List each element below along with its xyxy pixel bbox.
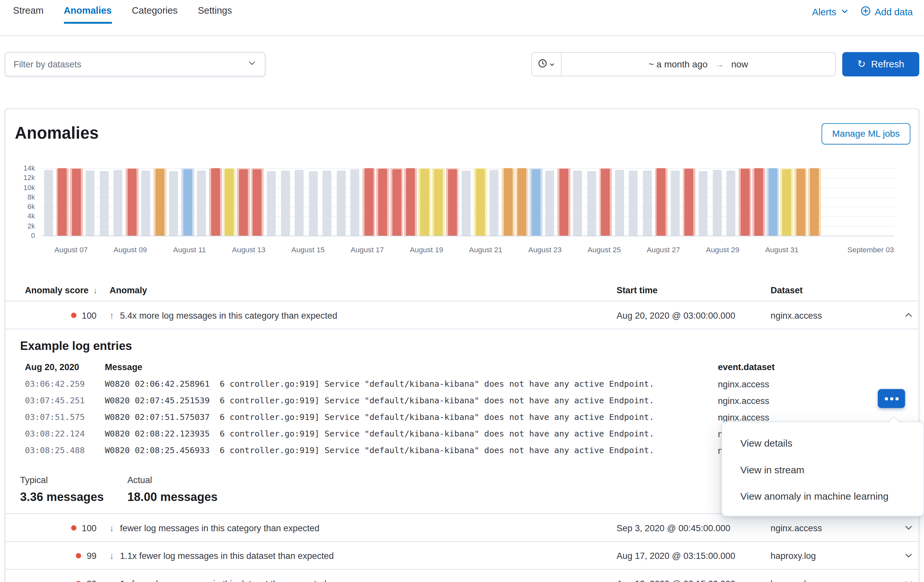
tab-categories[interactable]: Categories [132,5,178,23]
start-time: Aug 12, 2020 @ 03:15:00.000 [617,578,766,582]
histogram-bar [267,171,276,236]
histogram-bar-slot [334,168,348,236]
histogram-bar-slot [111,168,125,236]
anomaly-score: 99 [87,551,96,561]
severity-dot [71,525,76,530]
clock-icon [538,58,547,70]
y-axis-tick-label: 10k [5,183,35,191]
histogram-bar-slot [446,168,459,236]
anomaly-row[interactable]: 99 ↓ 1.1x fewer log messages in this dat… [5,542,919,570]
histogram-bar-slot [306,168,320,236]
histogram-bar-slot [515,168,529,236]
histogram-bar [364,168,373,236]
histogram-bar-slot [487,168,501,236]
dataset-filter-placeholder: Filter by datasets [14,59,81,69]
menu-item-view-details[interactable]: View details [722,430,924,457]
histogram-bar-slot [320,168,334,236]
x-axis-tick-label: August 23 [528,246,561,254]
histogram-bar-slot [292,168,306,236]
chevron-down-icon [840,7,848,18]
x-axis-tick-label: August 09 [114,246,147,254]
chevron-down-icon[interactable] [901,576,916,582]
histogram-bar [740,168,749,236]
manage-ml-jobs-button[interactable]: Manage ML jobs [822,123,910,144]
trend-up-icon: ↑ [110,310,114,320]
histogram-bar-slot [571,168,585,236]
boxes-horizontal-icon [884,397,898,400]
filter-bar: Filter by datasets ~ a month ago → [0,52,924,76]
dataset-name: nginx.access [771,310,894,320]
histogram-bar [713,170,721,236]
histogram-bar [155,169,164,236]
anomaly-row[interactable]: 99 ↓ 1x fewer log messages in this datas… [5,570,919,582]
start-time: Aug 17, 2020 @ 03:15:00.000 [617,551,766,561]
histogram-bar [350,170,359,236]
histogram-bar-slot [139,168,153,236]
dataset-filter-combobox[interactable]: Filter by datasets [5,52,266,76]
panel-header: Anomalies Manage ML jobs [5,109,919,147]
tab-settings[interactable]: Settings [198,5,232,23]
histogram-bar-slot [794,168,807,236]
date-range-field[interactable]: ~ a month ago → now [562,53,835,76]
x-axis-tick-label: August 31 [765,246,798,254]
trend-down-icon: ↓ [110,578,114,582]
chevron-down-icon[interactable] [901,521,916,535]
histogram-bar-slot [236,168,250,236]
histogram-bar [378,168,387,236]
anomaly-row[interactable]: 100 ↑ 5.4x more log messages in this cat… [5,302,919,330]
histogram-bar [643,170,652,236]
log-message: W0820 02:08:22.123935 6 controller.go:91… [105,429,718,438]
histogram-bar [114,170,122,236]
severity-dot [71,312,76,318]
refresh-button[interactable]: ↻ Refresh [842,52,919,76]
histogram-bar [58,168,67,236]
histogram-bar [420,168,429,236]
histogram-bar-slot [612,168,626,236]
histogram-bar [169,171,178,236]
histogram-bar-slot [278,168,292,236]
dataset-name: haproxy.log [771,551,894,561]
histogram-bar-slot [209,168,223,236]
chevron-up-icon[interactable] [901,308,916,322]
sort-descending-icon: ↓ [94,285,98,295]
histogram-bar [768,168,777,236]
histogram-bar [545,170,554,236]
quick-select-button[interactable] [532,53,562,76]
histogram-bar-slot [766,168,780,236]
histogram-bar-slot [459,168,474,236]
add-data-button[interactable]: Add data [861,6,912,18]
alerts-label: Alerts [812,7,836,18]
y-axis-tick-label: 8k [5,193,35,201]
anomaly-text: 1x fewer log messages in this dataset th… [120,578,326,582]
histogram-bar-slot [69,168,83,236]
gridline [41,236,894,236]
histogram-plot[interactable] [41,168,822,236]
log-entry-actions-button[interactable] [878,389,905,408]
alerts-dropdown[interactable]: Alerts [812,7,849,18]
chevron-down-icon[interactable] [901,549,916,563]
add-data-label: Add data [875,7,913,18]
menu-item-view-anomaly-in-ml[interactable]: View anomaly in machine learning [722,483,924,510]
time-end-text: now [731,59,748,70]
trend-down-icon: ↓ [110,523,114,533]
histogram-bar-slot [376,168,390,236]
histogram-bar [183,170,192,236]
anomaly-text: fewer log messages in this category than… [120,523,319,533]
histogram-bar [336,171,345,236]
tab-stream[interactable]: Stream [13,5,44,23]
column-header-start-time: Start time [617,285,766,295]
anomaly-text: 1.1x fewer log messages in this dataset … [120,551,334,561]
histogram-bar [754,168,763,236]
y-axis-tick-label: 0 [5,231,35,239]
histogram-bar-slot [153,168,167,236]
anomaly-row[interactable]: 100 ↓ fewer log messages in this categor… [5,514,919,542]
menu-item-view-in-stream[interactable]: View in stream [722,457,924,483]
x-axis-tick-label: August 11 [173,246,206,254]
histogram-bar [518,168,526,236]
column-header-anomaly-score[interactable]: Anomaly score ↓ [25,285,105,295]
histogram-bar-slot [264,168,278,236]
log-message: W0820 02:06:42.258961 6 controller.go:91… [105,379,718,388]
histogram-bar-slot [404,168,418,236]
histogram-bar-slot [696,168,710,236]
tab-anomalies[interactable]: Anomalies [64,5,112,23]
